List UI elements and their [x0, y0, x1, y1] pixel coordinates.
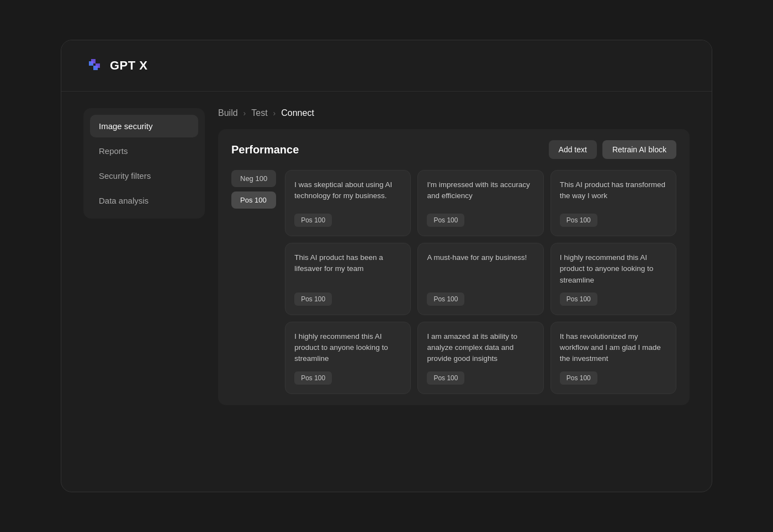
- sidebar-item-security-filters[interactable]: Security filters: [90, 164, 198, 187]
- card-4: This AI product has been a lifesaver for…: [285, 243, 411, 315]
- card-7-text: I highly recommend this AI product to an…: [294, 331, 401, 365]
- svg-rect-0: [83, 56, 103, 76]
- card-7-badge: Pos 100: [294, 371, 332, 385]
- card-9-text: It has revolutionized my workflow and I …: [560, 331, 667, 365]
- performance-title: Performance: [231, 143, 299, 156]
- card-8-badge: Pos 100: [427, 371, 464, 385]
- breadcrumb-test[interactable]: Test: [251, 108, 267, 118]
- app-title: GPT X: [110, 58, 148, 73]
- app-window: GPT X Image security Reports Security fi…: [61, 40, 712, 492]
- card-3-text: This AI product has transformed the way …: [560, 179, 667, 207]
- card-6: I highly recommend this AI product to an…: [550, 243, 676, 315]
- performance-section: Performance Add text Retrain AI block Ne…: [218, 129, 690, 405]
- sidebar-item-data-analysis[interactable]: Data analysis: [90, 189, 198, 212]
- card-5: A must-have for any business! Pos 100: [417, 243, 543, 315]
- sidebar-item-reports[interactable]: Reports: [90, 140, 198, 162]
- breadcrumb-build[interactable]: Build: [218, 108, 238, 118]
- cards-row-2: This AI product has been a lifesaver for…: [285, 243, 676, 315]
- card-1-badge: Pos 100: [294, 214, 332, 227]
- card-4-badge: Pos 100: [294, 292, 332, 306]
- main-layout: Image security Reports Security filters …: [61, 92, 712, 492]
- logo-icon: [83, 56, 103, 76]
- card-6-badge: Pos 100: [560, 292, 597, 306]
- cards-container: I was skeptical about using AI technolog…: [285, 170, 676, 394]
- card-8-text: I am amazed at its ability to analyze co…: [427, 331, 534, 365]
- card-1-text: I was skeptical about using AI technolog…: [294, 179, 401, 207]
- card-3: This AI product has transformed the way …: [550, 170, 676, 236]
- card-9: It has revolutionized my workflow and I …: [550, 322, 676, 394]
- card-5-badge: Pos 100: [427, 292, 464, 306]
- card-4-text: This AI product has been a lifesaver for…: [294, 252, 401, 286]
- performance-buttons: Add text Retrain AI block: [549, 140, 676, 159]
- sidebar-item-image-security[interactable]: Image security: [90, 115, 198, 137]
- card-5-text: A must-have for any business!: [427, 252, 534, 286]
- content-area: Build › Test › Connect Performance Add t…: [218, 108, 690, 475]
- filter-pos100[interactable]: Pos 100: [231, 191, 276, 209]
- card-7: I highly recommend this AI product to an…: [285, 322, 411, 394]
- card-2: I'm impressed with its accuracy and effi…: [417, 170, 543, 236]
- card-9-badge: Pos 100: [560, 371, 597, 385]
- cards-layout: Neg 100 Pos 100 I was skeptical about us…: [231, 170, 676, 394]
- add-text-button[interactable]: Add text: [549, 140, 597, 159]
- breadcrumb-sep-1: ›: [243, 109, 246, 118]
- filter-neg100[interactable]: Neg 100: [231, 170, 276, 187]
- card-1: I was skeptical about using AI technolog…: [285, 170, 411, 236]
- breadcrumb: Build › Test › Connect: [218, 108, 690, 118]
- breadcrumb-connect[interactable]: Connect: [281, 108, 314, 118]
- cards-row-1: I was skeptical about using AI technolog…: [285, 170, 676, 236]
- cards-row-3: I highly recommend this AI product to an…: [285, 322, 676, 394]
- sidebar: Image security Reports Security filters …: [83, 108, 205, 219]
- card-6-text: I highly recommend this AI product to an…: [560, 252, 667, 286]
- card-2-badge: Pos 100: [427, 214, 464, 227]
- card-2-text: I'm impressed with its accuracy and effi…: [427, 179, 534, 207]
- card-8: I am amazed at its ability to analyze co…: [417, 322, 543, 394]
- retrain-ai-button[interactable]: Retrain AI block: [602, 140, 676, 159]
- header: GPT X: [61, 40, 712, 92]
- filter-column: Neg 100 Pos 100: [231, 170, 276, 209]
- breadcrumb-sep-2: ›: [273, 109, 276, 118]
- card-3-badge: Pos 100: [560, 214, 597, 227]
- performance-header: Performance Add text Retrain AI block: [231, 140, 676, 159]
